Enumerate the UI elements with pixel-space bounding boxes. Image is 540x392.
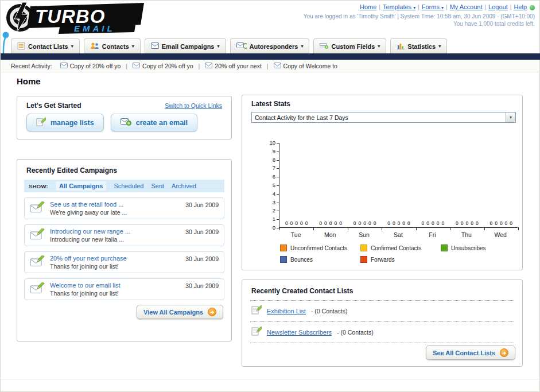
x-axis-tick-label: Sun (347, 231, 381, 238)
manage-lists-label: manage lists (50, 119, 94, 127)
chart-bar-group: 00000 (348, 143, 382, 227)
campaign-title-link[interactable]: 20% off your next purchase (50, 254, 127, 262)
chart-bar-group: 00000 (416, 143, 450, 227)
recent-activity-item-text: Copy of 20% off yo (70, 63, 121, 69)
switch-to-quick-links[interactable]: Switch to Quick Links (165, 102, 222, 109)
chart-bar-group: 00000 (313, 143, 347, 227)
bar-value-label: 0 (368, 221, 371, 226)
campaign-list-item[interactable]: Welcome to our email list Thanks for joi… (24, 278, 224, 300)
view-all-campaigns-label: View All Campaigns (143, 309, 203, 316)
get-started-title: Let's Get Started (26, 102, 81, 110)
bar-value-label: 0 (285, 221, 288, 226)
top-link-forms[interactable]: Forms ▾ (422, 3, 444, 10)
campaign-title-link[interactable]: Welcome to our email list (50, 281, 121, 289)
campaign-date: 30 Jun 2009 (185, 200, 219, 208)
contact-list-item[interactable]: Newsletter Subscribers - (0 Contacts) (250, 322, 514, 343)
separator: | (267, 63, 269, 69)
x-axis-tick-label: Wed (484, 231, 518, 238)
envelope-icon (205, 63, 212, 69)
contact-lists-panel-title: Recently Created Contact Lists (251, 287, 353, 295)
bar-value-label: 0 (374, 221, 376, 226)
campaign-date: 30 Jun 2009 (185, 254, 219, 262)
contact-list-name-link[interactable]: Newsletter Subscribers (267, 329, 332, 336)
stats-period-select[interactable]: Contact Activity for the Last 7 Days ▼ (251, 112, 516, 123)
manage-lists-button[interactable]: manage lists (26, 114, 104, 131)
filter-scheduled[interactable]: Scheduled (114, 183, 143, 189)
nav-tab-email-campaigns[interactable]: Email Campaigns ▾ (145, 38, 226, 53)
bar-value-label: 0 (339, 221, 342, 226)
bar-value-label: 0 (305, 221, 308, 226)
y-axis-tick-label: 10 (269, 139, 275, 146)
separator: | (418, 4, 419, 10)
legend-swatch (441, 244, 448, 251)
login-status-text: You are logged in as 'Timothy Smith' | S… (304, 13, 535, 20)
chevron-down-icon: ▾ (132, 44, 134, 49)
nav-tab-label: Email Campaigns (162, 43, 215, 50)
see-all-contact-lists-button[interactable]: See All Contact Lists ➜ (426, 346, 515, 360)
nav-tab-contacts[interactable]: Contacts ▾ (84, 38, 141, 53)
envelope-pencil-icon (30, 255, 45, 269)
top-link-help[interactable]: Help (514, 3, 527, 10)
recent-activity-item[interactable]: Copy of Welcome to (274, 63, 337, 69)
view-all-campaigns-button[interactable]: View All Campaigns ➜ (137, 305, 223, 319)
bar-value-label: 0 (432, 221, 434, 226)
pencil-icon (251, 326, 262, 339)
autoresponders-icon (236, 42, 247, 51)
legend-label: Forwards (371, 257, 395, 263)
nav-tab-statistics[interactable]: Statistics ▾ (390, 38, 447, 53)
top-link-templates[interactable]: Templates ▾ (383, 3, 415, 10)
create-email-label: create an email (136, 119, 188, 127)
contact-list-item[interactable]: Exhibition List - (0 Contacts) (250, 301, 514, 322)
filter-all-campaigns[interactable]: All Campaigns (56, 181, 106, 191)
campaign-list-item[interactable]: See us at the retail food ... We're givi… (24, 197, 224, 219)
legend-item: Forwards (360, 256, 441, 263)
y-axis-tick-label: 1 (273, 215, 275, 223)
y-axis-tick-label: 3 (273, 199, 275, 206)
recent-activity-item[interactable]: Copy of 20% off yo (133, 63, 193, 69)
legend-swatch (280, 244, 287, 251)
chart-legend: Unconfirmed ContactsConfirmed ContactsUn… (280, 244, 533, 263)
bar-value-label: 0 (456, 221, 459, 226)
campaign-title-link[interactable]: Introducing our new range ... (50, 227, 130, 235)
x-axis-tick-label: Sat (381, 231, 415, 238)
legend-swatch (360, 244, 367, 251)
x-axis-tick-label: Tue (279, 231, 313, 238)
bar-value-label: 0 (353, 221, 356, 226)
legend-swatch (360, 256, 367, 263)
bar-value-label: 0 (422, 221, 425, 226)
nav-tab-label: Contact Lists (28, 43, 68, 50)
nav-tab-custom-fields[interactable]: Custom Fields ▾ (313, 38, 386, 53)
campaign-title-link[interactable]: See us at the retail food ... (50, 200, 127, 208)
nav-tab-autoresponders[interactable]: Autoresponders ▾ (230, 38, 310, 53)
recently-edited-campaigns-panel: Recently Edited Campaigns SHOW: All Camp… (17, 159, 232, 341)
filter-sent[interactable]: Sent (151, 183, 164, 189)
recent-activity-item-text: Copy of 20% off yo (142, 63, 193, 69)
top-link-home[interactable]: Home (360, 3, 376, 10)
separator: | (379, 4, 380, 10)
envelope-icon (133, 63, 140, 69)
bar-value-label: 0 (495, 221, 498, 226)
see-all-contact-lists-label: See All Contact Lists (433, 350, 495, 356)
campaign-subtitle: Introducing our new Italia ... (50, 235, 130, 243)
app-logo[interactable]: TURBO EMAIL (3, 2, 146, 35)
chart-bar-group: 00000 (382, 143, 415, 227)
nav-tab-contact-lists[interactable]: Contact Lists ▾ (11, 38, 80, 53)
recent-activity-item[interactable]: Copy of 20% off yo (60, 63, 121, 69)
legend-item: Unconfirmed Contacts (280, 244, 360, 251)
y-axis-tick-label: 5 (273, 181, 275, 189)
chevron-down-icon: ▾ (438, 44, 441, 49)
footer-divider (1, 379, 539, 379)
top-link-logout[interactable]: Logout (488, 3, 508, 10)
bar-value-label: 0 (471, 221, 473, 226)
campaign-list-item[interactable]: 20% off your next purchase Thanks for jo… (24, 251, 224, 273)
create-email-button[interactable]: create an email (111, 114, 197, 131)
chevron-down-icon: ▾ (413, 5, 415, 10)
contact-list-name-link[interactable]: Exhibition List (267, 308, 306, 315)
legend-label: Unconfirmed Contacts (290, 245, 347, 251)
recent-activity-item[interactable]: 20% off your next (205, 63, 262, 69)
top-link-my-account[interactable]: My Account (450, 3, 483, 10)
chart-y-axis-labels: 109876543210 (259, 139, 275, 231)
campaign-list-item[interactable]: Introducing our new range ... Introducin… (24, 224, 224, 246)
chart-bar-groups: 00000000000000000000000000000000000 (279, 143, 518, 227)
filter-archived[interactable]: Archived (172, 183, 196, 189)
